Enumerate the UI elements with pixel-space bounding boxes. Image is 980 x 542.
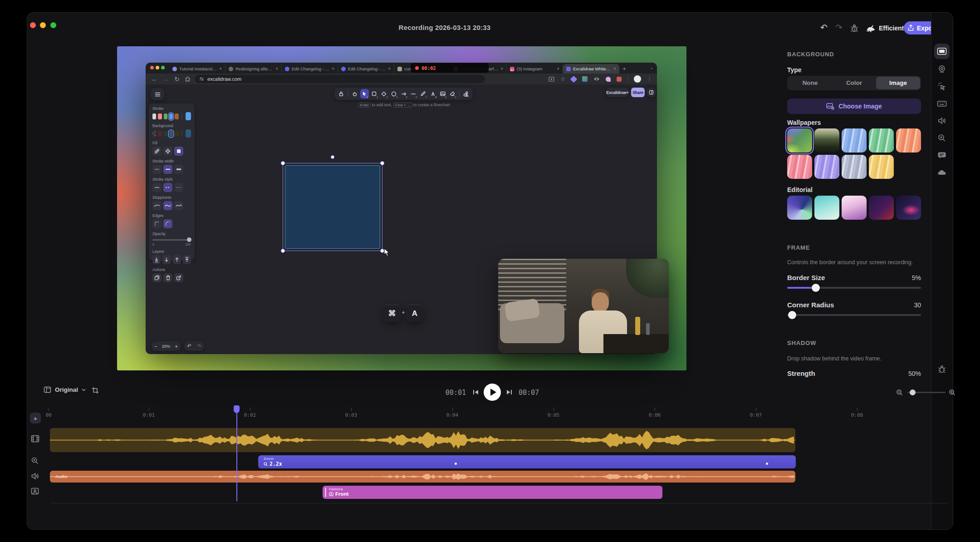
sloppiness-artist-button[interactable] [163,201,172,210]
wallpaper-thumb-green-waves[interactable] [869,128,894,153]
report-bug-button[interactable] [850,24,859,34]
aspect-ratio-dropdown[interactable]: Original [44,386,86,393]
tab-close-icon[interactable]: × [557,66,559,71]
close-button[interactable] [30,22,36,28]
canvas-redo-button[interactable]: ↷ [197,343,201,349]
stroke-color-current[interactable] [186,112,191,120]
stroke-style-dotted-button[interactable] [174,183,183,192]
rail-zoom-tab[interactable] [934,130,950,146]
zoom-in-button[interactable]: + [175,344,178,349]
stroke-color-white[interactable] [152,113,156,119]
bring-forward-button[interactable] [173,255,181,264]
wallpaper-thumb-pink-waves[interactable] [787,155,812,179]
stroke-color-red[interactable] [158,113,162,119]
browser-tab[interactable]: Edit Changelog - Featureba× [282,64,338,74]
wallpaper-thumb-coral-waves[interactable] [896,128,921,153]
bg-color-green[interactable] [164,131,167,137]
more-shapes-tool[interactable] [462,89,470,99]
excalidraw-plus-button[interactable]: Excalidraw+ [606,88,629,97]
editorial-thumb-1[interactable] [787,196,812,220]
extension-flower-icon[interactable] [606,77,611,82]
zoom-keyframe-dot[interactable] [455,463,457,465]
home-icon[interactable] [185,76,191,82]
bg-color-current[interactable] [186,129,191,138]
minimize-button[interactable] [40,22,46,28]
new-tab-button[interactable]: + [619,64,629,74]
selection-handle-sw[interactable] [281,249,285,253]
rail-keyboard-tab[interactable] [934,96,950,111]
text-tool[interactable]: A8 [429,89,437,99]
tab-close-icon[interactable]: × [500,66,503,71]
drawn-rectangle[interactable] [285,165,380,249]
zoom-out-button[interactable]: − [154,344,157,349]
wallpaper-thumb-gray-waves[interactable] [842,155,867,179]
line-tool[interactable]: 6 [409,89,418,99]
wallpaper-thumb-teal-feather[interactable] [896,155,921,179]
ellipse-tool[interactable]: 4 [390,89,398,99]
sloppiness-cartoonist-button[interactable] [174,201,183,210]
crop-button[interactable] [89,384,102,397]
type-option-color[interactable]: Color [832,77,876,89]
selection-handle-nw[interactable] [281,161,285,165]
reload-icon[interactable]: ↻ [173,76,181,83]
border-size-slider-knob[interactable] [812,284,820,292]
timeline-zoom-in-button[interactable] [947,388,956,397]
send-backward-button[interactable] [162,255,171,264]
opacity-slider-knob[interactable] [187,237,191,242]
editorial-thumb-5[interactable] [896,196,921,220]
stroke-color-green[interactable] [164,113,167,119]
fill-hachure-button[interactable] [152,147,162,156]
camera-clip[interactable]: Camera Front [323,486,662,499]
forward-icon[interactable]: → [162,76,169,83]
wallpaper-thumb-purple-waves[interactable] [814,155,839,179]
play-button[interactable] [484,384,501,401]
wallpaper-thumb-sonoma[interactable] [787,128,812,153]
audio-track[interactable]: Audio [50,471,795,483]
stroke-color-blue[interactable] [169,113,173,119]
playhead-line[interactable] [236,407,237,501]
rail-captions-tab[interactable] [934,148,950,163]
rail-audio-tab[interactable] [934,113,950,128]
bookmark-star-icon[interactable]: ☆ [560,76,565,82]
excalidraw-menu-button[interactable] [151,88,164,100]
corner-radius-slider[interactable] [787,314,921,316]
delete-button[interactable] [163,273,172,282]
undo-button[interactable]: ↶ [818,22,830,34]
diamond-tool[interactable]: 3 [380,89,388,99]
skip-to-end-button[interactable] [504,387,514,397]
stroke-style-dashed-button[interactable] [163,183,172,192]
bg-color-blue[interactable] [169,131,173,137]
site-settings-icon[interactable] [199,77,204,81]
zoom-level[interactable]: 20% [162,344,170,349]
choose-image-button[interactable]: Choose Image [787,99,921,114]
browser-tab[interactable]: Tutorial instalación iOS - Aft× [169,64,225,74]
tab-close-icon[interactable]: × [332,66,334,71]
link-button[interactable] [174,273,183,282]
hand-tool[interactable] [350,89,359,99]
camera-preview[interactable] [498,259,669,353]
rectangle-tool[interactable]: 2 [370,89,379,99]
browser-menu-icon[interactable]: ⋮ [647,76,652,82]
fill-crosshatch-button[interactable] [163,147,172,156]
stroke-width-thin-button[interactable] [152,165,162,174]
browser-tab[interactable]: Edit Changelog - Featureba× [338,64,394,74]
duplicate-button[interactable] [152,273,162,282]
draw-tool[interactable]: 7 [419,89,427,99]
extension-eye-icon[interactable] [593,77,600,81]
extension-red-icon[interactable] [617,77,622,82]
screen-recording-track[interactable] [50,428,795,452]
edges-round-button[interactable] [163,219,172,228]
library-button[interactable] [647,88,656,97]
wallpaper-thumb-blue-waves[interactable] [842,128,867,153]
arrow-tool[interactable]: 5 [399,89,408,99]
tab-close-icon[interactable]: × [613,66,616,71]
sloppiness-architect-button[interactable] [152,201,162,210]
playhead-handle[interactable] [234,405,240,413]
zoom-window-button[interactable] [50,22,56,28]
stroke-width-bold-button[interactable] [174,165,183,174]
bg-color-red[interactable] [158,131,162,137]
editorial-thumb-3[interactable] [842,196,867,220]
corner-radius-slider-knob[interactable] [788,311,796,319]
install-icon[interactable] [549,76,554,82]
send-to-back-button[interactable] [152,255,161,264]
